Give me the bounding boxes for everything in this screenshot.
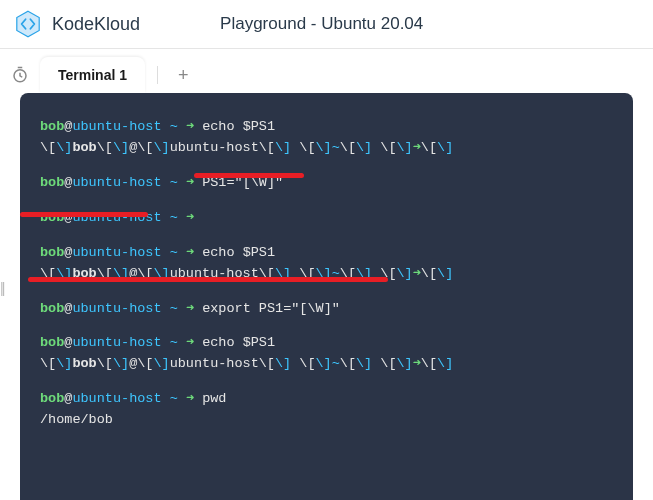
output-line: \[\]bob\[\]@\[\]ubuntu-host\[\] \[\]~\[\… — [40, 138, 613, 159]
terminal-block: bob@ubuntu-host ~ ➜ PS1="[\W]" — [40, 173, 613, 194]
annotation-underline — [28, 277, 388, 282]
terminal-block: bob@ubuntu-host ~ ➜ export PS1="[\W]" — [40, 299, 613, 320]
terminal-block: bob@ubuntu-host ~ ➜ echo $PS1\[\]bob\[\]… — [40, 333, 613, 375]
terminal-block: bob@ubuntu-host ~ ➜ — [40, 208, 613, 229]
brand-name: KodeKloud — [52, 14, 140, 35]
timer-icon[interactable] — [10, 65, 30, 85]
annotation-underline — [20, 212, 148, 217]
prompt-line: bob@ubuntu-host ~ ➜ echo $PS1 — [40, 117, 613, 138]
brand-wrap: KodeKloud — [12, 8, 140, 40]
tabs-row: Terminal 1 + — [0, 49, 653, 93]
terminal[interactable]: bob@ubuntu-host ~ ➜ echo $PS1\[\]bob\[\]… — [20, 93, 633, 500]
header: KodeKloud Playground - Ubuntu 20.04 — [0, 0, 653, 49]
prompt-line: bob@ubuntu-host ~ ➜ PS1="[\W]" — [40, 173, 613, 194]
terminal-block: bob@ubuntu-host ~ ➜ pwd/home/bob — [40, 389, 613, 431]
add-tab-button[interactable]: + — [170, 61, 197, 90]
prompt-line: bob@ubuntu-host ~ ➜ export PS1="[\W]" — [40, 299, 613, 320]
terminal-block: bob@ubuntu-host ~ ➜ echo $PS1\[\]bob\[\]… — [40, 117, 613, 159]
prompt-line: bob@ubuntu-host ~ ➜ echo $PS1 — [40, 243, 613, 264]
output-line: /home/bob — [40, 410, 613, 431]
page-title: Playground - Ubuntu 20.04 — [220, 14, 423, 34]
annotation-underline — [194, 173, 304, 178]
prompt-line: bob@ubuntu-host ~ ➜ pwd — [40, 389, 613, 410]
output-line: \[\]bob\[\]@\[\]ubuntu-host\[\] \[\]~\[\… — [40, 354, 613, 375]
tab-terminal-1[interactable]: Terminal 1 — [40, 57, 145, 93]
tab-divider — [157, 66, 158, 84]
drag-handle-icon[interactable]: || — [0, 280, 3, 296]
prompt-line: bob@ubuntu-host ~ ➜ — [40, 208, 613, 229]
brand-logo-icon — [12, 8, 44, 40]
prompt-line: bob@ubuntu-host ~ ➜ echo $PS1 — [40, 333, 613, 354]
